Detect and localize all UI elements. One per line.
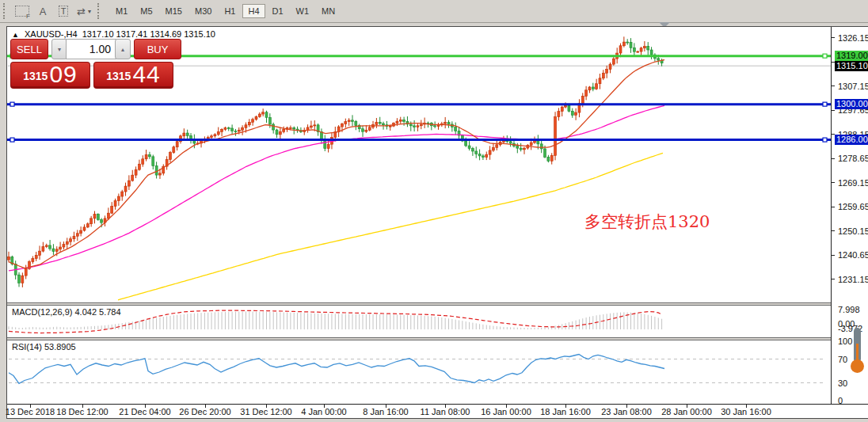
timeframe-button-d1[interactable]: D1 <box>267 4 289 18</box>
time-axis-label: 13 Dec 2018 <box>6 407 55 416</box>
price-tick <box>832 37 835 38</box>
timeframe-button-h4[interactable]: H4 <box>242 4 265 18</box>
symbol-timeframe-label: XAUUSD-,H4 <box>25 29 78 39</box>
time-axis-label: 30 Jan 16:00 <box>721 407 771 416</box>
time-axis: 13 Dec 201818 Dec 12:0021 Dec 04:0026 De… <box>7 404 868 418</box>
time-axis-label: 18 Jan 16:00 <box>540 407 591 416</box>
trading-terminal-screen: F A T ⇄ ▾ M1M5M15M30H1H4D1W1MN 1326.1513… <box>0 0 868 422</box>
timeframe-button-w1[interactable]: W1 <box>291 4 315 18</box>
chart-annotation-text: 多空转折点1320 <box>584 211 710 233</box>
macd-panel-canvas[interactable] <box>7 306 831 337</box>
volume-input[interactable]: 1.00 <box>66 39 116 59</box>
price-tick <box>832 230 835 231</box>
toolbar-grip[interactable] <box>97 3 103 19</box>
rsi-axis-label: 30 <box>838 378 847 388</box>
buy-price-tile[interactable]: 1315 44 <box>93 62 173 89</box>
chart-title-ohlc: ▲ XAUUSD-,H4 1317.10 1317.41 1314.69 131… <box>12 29 215 39</box>
low-value: 1314.69 <box>150 29 181 39</box>
price-tick-label: 1240.65 <box>838 250 868 260</box>
hline-price-label: 1319.00 <box>835 51 868 61</box>
volume-decrease-button[interactable]: ▾ <box>51 39 67 59</box>
toolbar-grip[interactable] <box>3 3 9 19</box>
swap-arrows-icon[interactable]: ⇄ ▾ <box>75 3 93 19</box>
price-tick <box>832 110 835 111</box>
price-tick-label: 1231.15 <box>838 275 868 284</box>
time-axis-label: 8 Jan 16:00 <box>363 407 409 416</box>
price-tick-label: 1278.65 <box>838 154 868 163</box>
sell-price-pips: 09 <box>49 63 77 86</box>
time-axis-label: 31 Dec 12:00 <box>240 407 291 416</box>
price-tick <box>832 207 835 207</box>
price-tick-label: 1326.15 <box>838 33 868 43</box>
price-tick-label: 1307.15 <box>838 82 868 91</box>
volume-increase-button[interactable]: ▴ <box>115 39 131 59</box>
price-tick <box>832 182 835 183</box>
timeframe-button-m1[interactable]: M1 <box>110 4 133 18</box>
toolbar: F A T ⇄ ▾ M1M5M15M30H1H4D1W1MN <box>0 0 868 23</box>
macd-label: MACD(12,26,9) 4.042 5.784 <box>12 307 121 317</box>
price-tick-label: 1269.15 <box>838 178 868 188</box>
price-tick <box>832 86 835 86</box>
time-axis-label: 11 Jan 08:00 <box>421 407 470 416</box>
buy-price-base: 1315 <box>106 67 131 86</box>
time-axis-label: 26 Dec 20:00 <box>179 407 230 416</box>
sell-price-base: 1315 <box>23 67 48 86</box>
sell-button[interactable]: SELL <box>10 39 48 59</box>
symbol-arrow-icon: ▲ <box>12 31 19 39</box>
price-tick <box>832 255 835 256</box>
chart-window: 1326.151316.651307.151297.651288.151278.… <box>6 26 868 419</box>
price-tick-label: 1259.65 <box>838 202 868 211</box>
sell-price-tile[interactable]: 1315 09 <box>10 62 90 89</box>
buy-price-pips: 44 <box>132 63 160 86</box>
timeframe-row: M1M5M15M30H1H4D1W1MN <box>109 4 341 18</box>
time-axis-label: 16 Jan 00:00 <box>481 407 531 416</box>
hline-price-label: 1286.00 <box>835 135 868 145</box>
buy-button[interactable]: BUY <box>134 39 181 59</box>
text-tool-icon[interactable]: T <box>55 3 72 19</box>
rsi-label: RSI(14) 53.8905 <box>12 342 76 352</box>
timeframe-button-m15[interactable]: M15 <box>160 4 188 18</box>
price-tick <box>832 158 835 159</box>
timeframe-button-mn[interactable]: MN <box>316 4 341 18</box>
dropdown-caret-icon[interactable]: ▾ <box>88 8 91 15</box>
timeframe-button-h1[interactable]: H1 <box>219 4 241 18</box>
chart-grid-f-icon[interactable]: F <box>13 3 31 19</box>
font-a-icon[interactable]: A <box>34 3 51 19</box>
time-axis-label: 28 Jan 00:00 <box>661 407 712 416</box>
current-price-label: 1315.10 <box>835 61 868 71</box>
high-value: 1317.41 <box>116 29 148 39</box>
rsi-axis-label: 70 <box>838 355 847 364</box>
hline-price-label: 1300.00 <box>835 99 868 109</box>
timeframe-button-m30[interactable]: M30 <box>189 4 217 18</box>
open-value: 1317.10 <box>82 29 114 39</box>
time-axis-label: 18 Dec 12:00 <box>56 407 108 416</box>
macd-axis-label: 7.998 <box>838 305 860 314</box>
price-tick-label: 1250.15 <box>838 226 868 236</box>
thermometer-icon <box>847 328 866 377</box>
time-axis-label: 21 Dec 04:00 <box>119 407 170 416</box>
timeframe-button-m5[interactable]: M5 <box>135 4 158 18</box>
close-value: 1315.10 <box>184 29 215 39</box>
price-tick <box>832 279 835 279</box>
rsi-panel-canvas[interactable] <box>7 340 831 404</box>
time-axis-label: 23 Jan 08:00 <box>601 407 652 416</box>
time-axis-label: 4 Jan 00:00 <box>301 407 347 416</box>
